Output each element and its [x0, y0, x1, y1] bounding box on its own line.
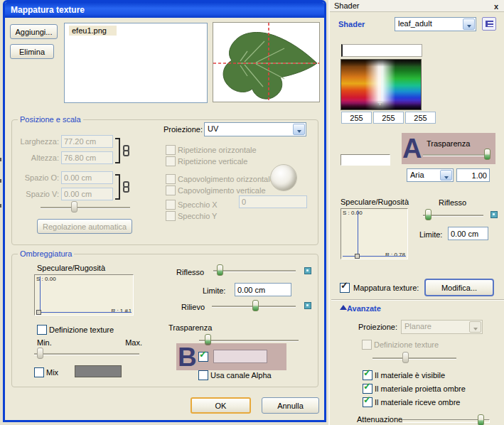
projection-value: Planare [404, 322, 431, 330]
flip-vertical-label: Capovolgimento verticale [178, 186, 266, 195]
height-field [61, 151, 113, 164]
background-edge-mark [0, 179, 1, 183]
mirror-x-label: Specchio X [178, 200, 218, 209]
transparency-color-checkbox[interactable]: ✓ [198, 352, 208, 362]
dropdown-button [469, 321, 481, 333]
use-alpha-channel-checkbox[interactable] [198, 370, 208, 380]
blue-value-field[interactable] [405, 112, 436, 124]
specular-curve-editor[interactable]: S : 0.00 R : 1.#J [34, 274, 134, 316]
reflection-slider [423, 209, 483, 220]
slider-track[interactable] [34, 353, 139, 355]
spacing-v-label: Spazio V: [18, 190, 59, 198]
dropdown-button[interactable] [463, 18, 475, 30]
slider-thumb[interactable] [478, 414, 484, 425]
height-label: Altezza: [18, 154, 59, 162]
curve-s-value: S : 0.00 [343, 210, 363, 216]
texture-mapping-checkbox[interactable]: ✓ [340, 283, 350, 293]
material-receives-shadows-checkbox[interactable]: ✓ [363, 397, 372, 407]
relief-slider [212, 300, 296, 311]
link-chain-icon [122, 181, 129, 193]
attenuation-label: Attenuazione [357, 415, 402, 424]
transparency-color-swatch[interactable] [341, 154, 390, 166]
material-casts-shadows-checkbox[interactable]: ✓ [363, 384, 372, 394]
slider-track[interactable] [213, 270, 296, 272]
limit-field[interactable] [235, 283, 291, 296]
use-alpha-channel-label: Usa canale Alpha [210, 371, 272, 380]
transparency-slider [423, 149, 490, 160]
shader-dropdown[interactable]: leaf_adult [395, 17, 476, 31]
shader-panel-header: Shader x [330, 0, 504, 12]
delete-texture-button[interactable]: Elimina [10, 44, 54, 59]
transparency-color-field[interactable] [213, 350, 267, 363]
red-value-field[interactable] [341, 112, 372, 124]
slider-thumb[interactable] [484, 149, 490, 160]
texture-definition-checkbox[interactable] [37, 325, 47, 335]
material-casts-shadows-label: Il materiale proietta ombre [375, 384, 466, 393]
projection-dropdown[interactable]: UV [204, 122, 306, 136]
slider-track [372, 357, 456, 360]
background-edge-mark [0, 158, 1, 161]
chevron-down-icon [467, 25, 471, 28]
projection-label: Proiezione: [358, 323, 397, 331]
slider-track[interactable] [423, 154, 490, 156]
spacing-u-field [61, 171, 113, 184]
material-visible-checkbox[interactable]: ✓ [363, 370, 372, 380]
slider-thumb[interactable] [217, 264, 223, 276]
reflection-curve-button[interactable] [304, 267, 311, 274]
green-value-field[interactable] [373, 112, 404, 124]
link-chain-icon [122, 145, 129, 156]
dropdown-button[interactable] [440, 170, 452, 181]
check-icon: ✓ [341, 281, 348, 291]
dialog-title: Mappatura texture [11, 5, 85, 15]
curve-horizontal-line [36, 312, 132, 313]
reflection-curve-button[interactable] [490, 211, 498, 218]
advanced-section-header[interactable]: Avanzate [347, 304, 381, 313]
curve-handle[interactable] [355, 254, 360, 259]
transparency-value-field[interactable] [456, 168, 490, 182]
limit-field[interactable] [448, 227, 488, 240]
dropdown-button[interactable] [293, 124, 305, 135]
modify-button[interactable]: Modifica... [424, 279, 494, 296]
slider-thumb[interactable] [71, 201, 77, 212]
slider-track[interactable] [423, 215, 483, 217]
color-spectrum-picker[interactable]: + [341, 59, 422, 110]
specular-roughness-label: Speculare/Rugosità [37, 264, 105, 272]
mix-checkbox[interactable] [34, 367, 44, 377]
reflection-label: Riflesso [176, 268, 204, 276]
gradient-strip[interactable] [341, 44, 422, 57]
slider-track[interactable] [402, 419, 490, 423]
slider-track[interactable] [41, 207, 130, 209]
texture-definition-slider [372, 352, 456, 363]
texture-file-list[interactable]: efeu1.png [64, 23, 208, 103]
texture-mapping-dialog: Mappatura texture Aggiungi... Elimina ef… [3, 0, 326, 422]
slider-thumb[interactable] [37, 348, 43, 359]
specular-curve-editor[interactable]: S : 0.00 R : 0.78 [341, 208, 408, 259]
cancel-button[interactable]: Annulla [262, 397, 319, 414]
texture-mapping-label: Mappatura texture: [353, 284, 419, 292]
close-icon[interactable]: x [494, 1, 498, 12]
curve-handle[interactable] [36, 310, 41, 315]
ok-button[interactable]: OK [191, 397, 251, 414]
relief-curve-button[interactable] [304, 302, 311, 309]
mix-label: Mix [46, 368, 58, 377]
medium-value: Aria [410, 171, 424, 179]
add-texture-button[interactable]: Aggiungi... [10, 24, 58, 39]
shader-list-icon[interactable] [482, 17, 496, 31]
collapse-triangle-icon[interactable] [340, 305, 347, 310]
slider-thumb[interactable] [252, 300, 259, 311]
slider-thumb[interactable] [425, 209, 431, 220]
scale-slider [41, 201, 130, 212]
projection-value: UV [208, 124, 218, 133]
curve-horizontal-line [343, 256, 406, 257]
chevron-down-icon [444, 176, 449, 179]
dialog-titlebar[interactable]: Mappatura texture [5, 2, 324, 18]
check-icon: ✓ [363, 368, 371, 378]
spacing-u-label: Spazio O: [18, 173, 59, 182]
slider-track[interactable] [199, 340, 299, 342]
list-item[interactable]: efeu1.png [69, 26, 117, 36]
width-label: Larghezza: [18, 137, 59, 146]
relief-label: Rilievo [181, 303, 205, 311]
curve-r-value: R : 1.#J [111, 308, 131, 314]
medium-dropdown[interactable]: Aria [407, 168, 454, 182]
mix-color-swatch[interactable] [75, 365, 122, 377]
